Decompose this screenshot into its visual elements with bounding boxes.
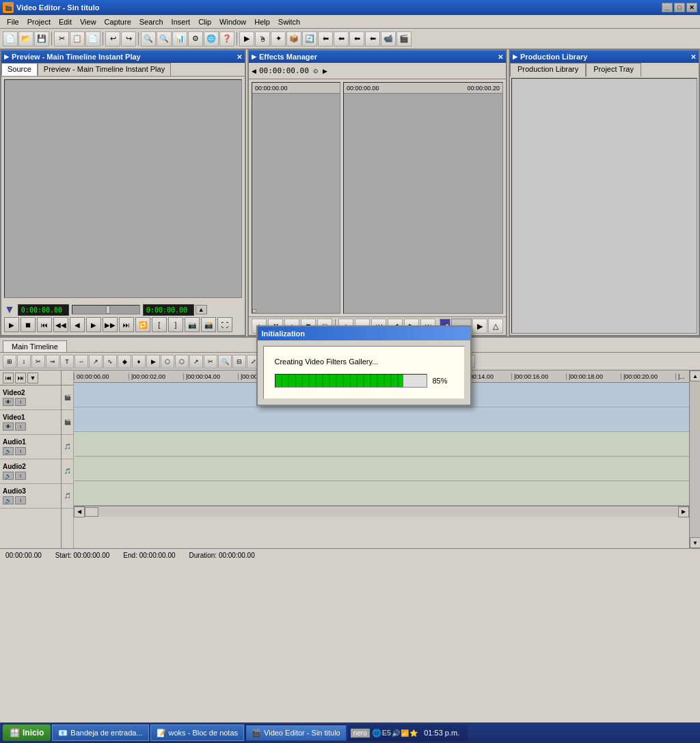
- audio3-lock-btn[interactable]: !: [15, 496, 26, 504]
- tab-main-timeline[interactable]: Main Timeline: [3, 340, 67, 352]
- tray-star-icon[interactable]: ⭐: [409, 729, 418, 737]
- tb-paste[interactable]: 📄: [85, 31, 100, 46]
- tray-nero-icon[interactable]: nero: [351, 729, 370, 738]
- tl-slide[interactable]: ↔: [75, 355, 88, 368]
- tb-3d[interactable]: 📦: [286, 31, 301, 46]
- track-next-btn[interactable]: ⏭: [15, 373, 26, 383]
- menu-insert[interactable]: Insert: [167, 16, 195, 27]
- tl-zoom[interactable]: 🔍: [218, 355, 232, 368]
- video1-lock-btn[interactable]: !: [15, 422, 26, 431]
- tb-cut[interactable]: ✂: [54, 31, 69, 46]
- scroll-right-btn[interactable]: ▶: [678, 506, 689, 517]
- tl-snap[interactable]: ⊞: [3, 355, 16, 368]
- effects-nav-left[interactable]: ◀: [252, 68, 256, 75]
- tl-keyframe[interactable]: ◆: [118, 355, 131, 368]
- audio3-mute-btn[interactable]: 🔊: [3, 496, 14, 504]
- stop-button[interactable]: ⏹: [21, 317, 36, 332]
- effects-extra2[interactable]: ▶: [472, 319, 487, 334]
- tb-search-out[interactable]: 🔍: [157, 31, 172, 46]
- minimize-button[interactable]: _: [662, 3, 673, 12]
- tb-save[interactable]: 💾: [34, 31, 49, 46]
- tl-speed[interactable]: ▶: [146, 355, 160, 368]
- tb-batch[interactable]: 📊: [172, 31, 187, 46]
- library-close-button[interactable]: ✕: [690, 53, 696, 61]
- tray-lang-label[interactable]: E5: [382, 729, 391, 737]
- scroll-track[interactable]: [85, 507, 678, 517]
- tb-open[interactable]: 📂: [18, 31, 33, 46]
- effects-close-button[interactable]: ✕: [498, 53, 503, 61]
- tb-new[interactable]: 📄: [3, 31, 18, 46]
- tab-preview-main[interactable]: Preview - Main Timeline Instant Play: [38, 63, 171, 76]
- maximize-button[interactable]: □: [674, 3, 685, 12]
- tl-scissor[interactable]: ✂: [204, 355, 217, 368]
- tl-slip[interactable]: T: [60, 355, 74, 368]
- snapshot-button[interactable]: 📸: [201, 317, 216, 332]
- mark-out-button[interactable]: ]: [168, 317, 183, 332]
- tl-auto[interactable]: ↗: [89, 355, 103, 368]
- tray-volume-icon[interactable]: 🔊: [392, 729, 400, 737]
- effects-extra3[interactable]: △: [488, 319, 503, 334]
- preview-slider[interactable]: [72, 305, 140, 314]
- start-button[interactable]: 🪟 Inicio: [3, 725, 51, 741]
- tb-movie[interactable]: 🎬: [396, 31, 412, 46]
- menu-edit[interactable]: Edit: [55, 16, 76, 27]
- tb-undo[interactable]: ↩: [105, 31, 120, 46]
- tl-select[interactable]: ↗: [189, 355, 203, 368]
- audio2-mute-btn[interactable]: 🔊: [3, 472, 14, 480]
- video2-lock-btn[interactable]: !: [15, 398, 26, 406]
- tb-back3[interactable]: ⬅: [349, 31, 364, 46]
- menu-help[interactable]: Help: [250, 16, 274, 27]
- mark-in-button[interactable]: [: [152, 317, 167, 332]
- tab-production-library[interactable]: Production Library: [510, 63, 586, 77]
- scroll-thumb[interactable]: [85, 507, 98, 517]
- tl-ripple[interactable]: ⇒: [46, 355, 59, 368]
- tb-film[interactable]: 📹: [381, 31, 396, 46]
- tl-group[interactable]: ⬡: [161, 355, 174, 368]
- tab-source[interactable]: Source: [1, 63, 38, 76]
- clip-button[interactable]: 📷: [185, 317, 200, 332]
- menu-clip[interactable]: Clip: [194, 16, 215, 27]
- tb-help[interactable]: ❓: [219, 31, 234, 46]
- tb-search-in[interactable]: 🔍: [141, 31, 156, 46]
- video2-eye-btn[interactable]: 👁: [3, 398, 14, 406]
- tb-redo[interactable]: ↪: [121, 31, 136, 46]
- next-frame-button[interactable]: ⏭: [119, 317, 134, 332]
- tab-project-tray[interactable]: Project Tray: [586, 63, 641, 77]
- track-down-btn[interactable]: ▼: [27, 373, 38, 383]
- taskbar-item-videoeditor[interactable]: 🎬 Video Editor - Sin titulo: [245, 725, 347, 741]
- fullscreen-button[interactable]: ⛶: [217, 317, 232, 332]
- tray-network-icon[interactable]: 🌐: [372, 729, 381, 738]
- fast-fwd-button[interactable]: ▶▶: [103, 317, 118, 332]
- audio1-mute-btn[interactable]: 🔊: [3, 447, 14, 455]
- close-button[interactable]: ✕: [686, 3, 697, 12]
- effects-play-button[interactable]: ▶: [323, 68, 327, 75]
- menu-switch[interactable]: Switch: [274, 16, 304, 27]
- play-button[interactable]: ▶: [4, 317, 19, 332]
- tb-copy[interactable]: 📋: [70, 31, 85, 46]
- effects-reset-icon[interactable]: ⊙: [313, 68, 319, 75]
- menu-capture[interactable]: Capture: [100, 16, 135, 27]
- tb-effects[interactable]: ✦: [271, 31, 286, 46]
- tb-settings[interactable]: ⚙: [188, 31, 203, 46]
- taskbar-item-inbox[interactable]: 📧 Bandeja de entrada...: [52, 725, 148, 741]
- menu-search[interactable]: Search: [135, 16, 167, 27]
- preview-triangle-btn[interactable]: ▲: [196, 305, 207, 314]
- tb-back4[interactable]: ⬅: [365, 31, 380, 46]
- tl-fade[interactable]: ∿: [103, 355, 117, 368]
- tb-mouse[interactable]: 🖱: [255, 31, 270, 46]
- track-prev-btn[interactable]: ⏮: [3, 373, 14, 383]
- step-back-button[interactable]: ◀: [70, 317, 85, 332]
- vscroll-up-btn[interactable]: ▲: [690, 370, 700, 381]
- loop-button[interactable]: 🔁: [135, 317, 150, 332]
- timeline-h-scrollbar[interactable]: ◀ ▶: [74, 506, 689, 517]
- prev-frame-button[interactable]: ⏮: [37, 317, 52, 332]
- scroll-left-btn[interactable]: ◀: [74, 506, 85, 517]
- tl-marker[interactable]: ♦: [132, 355, 146, 368]
- tb-back2[interactable]: ⬅: [334, 31, 349, 46]
- rewind-button[interactable]: ◀◀: [53, 317, 68, 332]
- tl-trim[interactable]: ✂: [31, 355, 45, 368]
- video1-eye-btn[interactable]: 👁: [3, 422, 14, 431]
- tl-insert[interactable]: ↕: [17, 355, 31, 368]
- menu-project[interactable]: Project: [23, 16, 55, 27]
- tray-network2-icon[interactable]: 📶: [401, 729, 409, 737]
